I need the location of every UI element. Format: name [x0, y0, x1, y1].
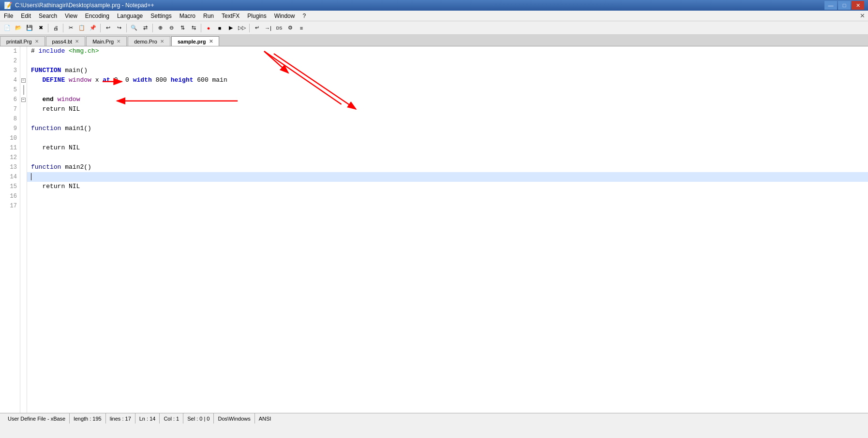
cut-button[interactable]: ✂ [65, 23, 76, 33]
new-button[interactable]: 📄 [2, 23, 13, 33]
menu-run[interactable]: Run [199, 12, 218, 20]
menu-edit[interactable]: Edit [17, 12, 35, 20]
fold-square-6[interactable]: − [21, 98, 26, 102]
wordwrap-button[interactable]: ↵ [252, 23, 262, 33]
extra-button[interactable]: ⚙ [285, 23, 296, 33]
print-button[interactable]: 🖨 [50, 23, 61, 33]
tab-label-main: Main.Prg [92, 39, 114, 44]
sync-horiz-button[interactable]: ⇆ [188, 23, 199, 33]
fold-square-4[interactable]: − [21, 78, 26, 83]
tab-close-printall[interactable]: ✕ [35, 39, 39, 44]
status-sel: Sel : 0 | 0 [183, 413, 214, 423]
code-line-16[interactable] [27, 191, 868, 201]
menu-plugins[interactable]: Plugins [243, 12, 270, 20]
open-button[interactable]: 📂 [13, 23, 24, 33]
redo-button[interactable]: ↪ [114, 23, 124, 33]
fold-9 [20, 124, 27, 133]
paste-button[interactable]: 📌 [88, 23, 98, 33]
line-num-2: 2 [0, 56, 20, 66]
tab-main[interactable]: Main.Prg ✕ [86, 36, 127, 46]
menu-file[interactable]: File [0, 12, 17, 20]
tab-pass4[interactable]: pass4.bt ✕ [46, 36, 86, 46]
tab-close-main[interactable]: ✕ [117, 39, 120, 44]
close-button[interactable]: ✕ [852, 1, 864, 10]
menu-window[interactable]: Window [270, 12, 299, 20]
maximize-button[interactable]: □ [838, 1, 851, 10]
fold-1 [20, 46, 27, 56]
code-line-7[interactable]: return NIL [27, 104, 868, 114]
tab-close-pass4[interactable]: ✕ [75, 39, 79, 44]
line-num-16: 16 [0, 191, 20, 201]
line-num-12: 12 [0, 153, 20, 162]
tab-close-demo[interactable]: ✕ [160, 39, 164, 44]
status-user-define: User Define File - xBase [4, 413, 70, 423]
title-text: C:\Users\Rathinagiri\Desktop\sample.prg … [15, 2, 154, 9]
zoom-in-button[interactable]: ⊕ [155, 23, 165, 33]
code-line-5[interactable] [27, 85, 868, 95]
record-button[interactable]: ● [203, 23, 214, 33]
status-length: length : 195 [70, 413, 106, 423]
stop-button[interactable]: ■ [214, 23, 225, 33]
line-num-6: 6 [0, 95, 20, 104]
fold-12 [20, 153, 27, 162]
tab-printall[interactable]: printall.Prg ✕ [0, 36, 45, 46]
menu-macro[interactable]: Macro [176, 12, 199, 20]
title-controls: — □ ✕ [824, 1, 864, 10]
status-dos-windows: Dos\Windows [214, 413, 254, 423]
line-numbers: 1 2 3 4 5 6 7 8 9 10 11 12 13 14 15 16 1… [0, 46, 20, 413]
fold-4[interactable]: − [20, 75, 27, 85]
menu-view[interactable]: View [61, 12, 81, 20]
fold-3 [20, 66, 27, 75]
code-line-4[interactable]: DEFINE window x at 0, 0 width 800 height… [27, 75, 868, 85]
code-line-15[interactable]: return NIL [27, 182, 868, 191]
code-line-17[interactable] [27, 201, 868, 211]
minimize-button[interactable]: — [824, 1, 837, 10]
toolbar-sep-4 [126, 24, 127, 32]
line-num-7: 7 [0, 104, 20, 114]
code-line-13[interactable]: function main2() [27, 162, 868, 172]
fold-6[interactable]: − [20, 95, 27, 104]
code-line-2[interactable] [27, 56, 868, 66]
play-button[interactable]: ▶ [225, 23, 236, 33]
code-line-10[interactable] [27, 133, 868, 143]
menu-settings[interactable]: Settings [147, 12, 175, 20]
menu-language[interactable]: Language [113, 12, 147, 20]
indent-button[interactable]: →| [263, 23, 273, 33]
menu-textfx[interactable]: TextFX [218, 12, 243, 20]
code-line-11[interactable]: return NIL [27, 143, 868, 153]
fold-column: − − [20, 46, 27, 413]
ds-button[interactable]: DS [274, 23, 284, 33]
zoom-out-button[interactable]: ⊖ [166, 23, 177, 33]
code-line-14[interactable] [27, 172, 868, 182]
code-line-3[interactable]: FUNCTION main() [27, 66, 868, 75]
close-file-button[interactable]: ✖ [35, 23, 46, 33]
undo-button[interactable]: ↩ [103, 23, 113, 33]
menu-help[interactable]: ? [299, 12, 310, 20]
code-area[interactable]: # include <hmg.ch> FUNCTION main() DEFIN… [27, 46, 868, 413]
tab-demo[interactable]: demo.Pro ✕ [128, 36, 170, 46]
tab-close-sample[interactable]: ✕ [209, 39, 213, 44]
find-button[interactable]: 🔍 [129, 23, 139, 33]
code-line-6[interactable]: end window [27, 95, 868, 104]
line-num-10: 10 [0, 133, 20, 143]
fold-13 [20, 162, 27, 172]
menu-encoding[interactable]: Encoding [81, 12, 113, 20]
code-line-8[interactable] [27, 114, 868, 124]
toolbar: 📄 📂 💾 ✖ 🖨 ✂ 📋 📌 ↩ ↪ 🔍 ⇄ ⊕ ⊖ ⇅ ⇆ ● ■ ▶ ▷▷… [0, 21, 868, 35]
copy-button[interactable]: 📋 [76, 23, 87, 33]
code-line-1[interactable]: # include <hmg.ch> [27, 46, 868, 56]
status-col: Col : 1 [160, 413, 183, 423]
toolbar-sep-2 [63, 24, 63, 32]
line-num-11: 11 [0, 143, 20, 153]
tab-sample[interactable]: sample.prg ✕ [171, 36, 219, 46]
extra2-button[interactable]: ≡ [296, 23, 307, 33]
code-line-12[interactable] [27, 153, 868, 162]
title-bar: 📝 C:\Users\Rathinagiri\Desktop\sample.pr… [0, 0, 868, 11]
replace-button[interactable]: ⇄ [140, 23, 150, 33]
menu-search[interactable]: Search [35, 12, 61, 20]
save-button[interactable]: 💾 [24, 23, 35, 33]
sync-scroll-button[interactable]: ⇅ [177, 23, 188, 33]
close-right[interactable]: ✕ [856, 11, 868, 20]
code-line-9[interactable]: function main1() [27, 124, 868, 133]
run-macro-button[interactable]: ▷▷ [237, 23, 247, 33]
